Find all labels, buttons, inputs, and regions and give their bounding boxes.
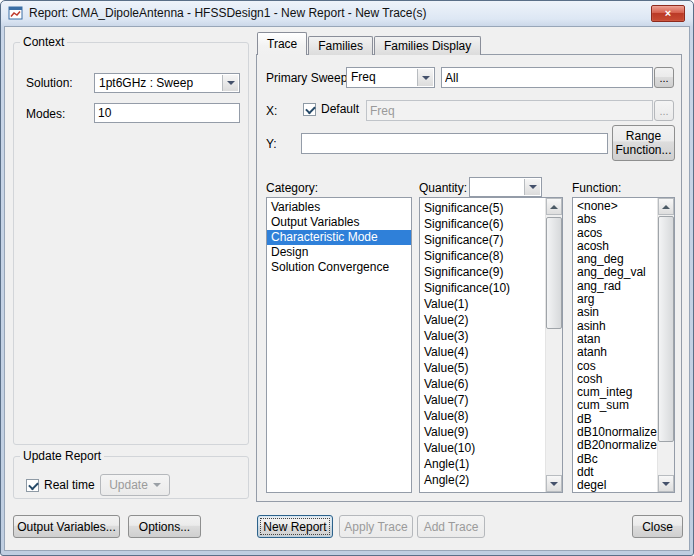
category-item[interactable]: Characteristic Mode — [267, 230, 411, 245]
add-trace-label: Add Trace — [424, 517, 479, 537]
category-item[interactable]: Solution Convergence — [267, 260, 411, 275]
quantity-label: Quantity: — [419, 181, 467, 195]
function-item[interactable]: cum_integ — [573, 386, 657, 399]
quantity-item[interactable]: Significance(10) — [420, 280, 545, 296]
function-item[interactable]: abs — [573, 213, 657, 226]
context-group: Context Solution: 1pt6GHz : Sweep Modes: — [13, 35, 249, 445]
checkmark-icon — [26, 479, 39, 492]
function-item[interactable]: acos — [573, 227, 657, 240]
category-list[interactable]: VariablesOutput VariablesCharacteristic … — [266, 197, 412, 493]
function-item[interactable]: ang_deg_val — [573, 266, 657, 279]
quantity-list[interactable]: Significance(5)Significance(6)Significan… — [419, 197, 563, 493]
close-button[interactable]: × — [651, 5, 685, 22]
function-scrollbar[interactable] — [657, 198, 674, 492]
scrollbar-thumb[interactable] — [658, 216, 674, 442]
quantity-item[interactable]: Value(2) — [420, 312, 545, 328]
sweep-values-more-button[interactable]: ... — [654, 67, 674, 88]
scroll-up-icon — [662, 205, 670, 209]
output-variables-button[interactable]: Output Variables... — [13, 515, 120, 538]
quantity-item[interactable]: Significance(5) — [420, 200, 545, 216]
report-dialog: Report: CMA_DipoleAntenna - HFSSDesign1 … — [0, 0, 694, 556]
tab-families-display[interactable]: Families Display — [374, 36, 481, 55]
function-item[interactable]: asinh — [573, 320, 657, 333]
category-item[interactable]: Variables — [267, 200, 411, 215]
solution-label: Solution: — [26, 76, 73, 90]
quantity-item[interactable]: Value(4) — [420, 344, 545, 360]
real-time-checkbox[interactable]: Real time — [26, 478, 95, 492]
tab-families[interactable]: Families — [308, 36, 373, 55]
y-axis-label: Y: — [266, 137, 277, 151]
function-item[interactable]: dB20normalize — [573, 439, 657, 452]
function-item[interactable]: cum_sum — [573, 399, 657, 412]
category-item[interactable]: Output Variables — [267, 215, 411, 230]
quantity-item[interactable]: Value(1) — [420, 296, 545, 312]
function-item[interactable]: dBc — [573, 453, 657, 466]
y-value-field[interactable] — [301, 133, 608, 154]
quantity-item[interactable]: Value(5) — [420, 360, 545, 376]
function-list[interactable]: <none>absacosacoshang_degang_deg_valang_… — [572, 197, 675, 493]
quantity-item[interactable]: Value(6) — [420, 376, 545, 392]
quantity-item[interactable]: Significance(7) — [420, 232, 545, 248]
titlebar: Report: CMA_DipoleAntenna - HFSSDesign1 … — [1, 1, 693, 26]
primary-sweep-dropdown[interactable]: Freq — [346, 67, 435, 88]
scroll-down-icon — [550, 482, 558, 486]
function-item[interactable]: acosh — [573, 240, 657, 253]
modes-input[interactable] — [94, 103, 240, 123]
solution-dropdown[interactable]: 1pt6GHz : Sweep — [94, 73, 240, 93]
function-item[interactable]: asin — [573, 306, 657, 319]
range-function-button[interactable]: Range Function... — [612, 125, 675, 161]
function-item[interactable]: dB — [573, 413, 657, 426]
update-report-group: Update Report Real time Update — [13, 449, 249, 499]
quantity-item[interactable]: Angle(2) — [420, 472, 545, 488]
function-item[interactable]: ddt — [573, 466, 657, 479]
scroll-down-button[interactable] — [658, 475, 674, 492]
quantity-item[interactable]: Significance(8) — [420, 248, 545, 264]
function-item[interactable]: <none> — [573, 200, 657, 213]
new-report-button[interactable]: New Report — [257, 515, 333, 538]
new-report-label: New Report — [263, 517, 326, 537]
scroll-up-button[interactable] — [658, 198, 674, 215]
function-item[interactable]: ang_deg — [573, 253, 657, 266]
tab-trace[interactable]: Trace — [257, 32, 307, 55]
quantity-item[interactable]: Significance(9) — [420, 264, 545, 280]
primary-sweep-label: Primary Sweep: — [266, 71, 351, 85]
quantity-item[interactable]: Angle(1) — [420, 456, 545, 472]
scroll-down-button[interactable] — [546, 475, 562, 492]
close-button-label: Close — [642, 517, 673, 537]
x-default-checkbox[interactable]: Default — [303, 102, 359, 116]
function-item[interactable]: atanh — [573, 346, 657, 359]
quantity-item[interactable]: Significance(6) — [420, 216, 545, 232]
quantity-scrollbar[interactable] — [545, 198, 562, 492]
function-item[interactable]: ang_rad — [573, 280, 657, 293]
function-item[interactable]: arg — [573, 293, 657, 306]
quantity-item[interactable]: Value(8) — [420, 408, 545, 424]
function-item[interactable]: dB10normalize — [573, 426, 657, 439]
function-item[interactable]: cos — [573, 360, 657, 373]
scrollbar-thumb[interactable] — [546, 217, 562, 329]
quantity-item[interactable]: Value(10) — [420, 440, 545, 456]
quantity-dropdown[interactable] — [469, 177, 542, 197]
sweep-values-field[interactable] — [441, 67, 653, 88]
options-label: Options... — [139, 517, 190, 537]
x-more-button: ... — [654, 100, 674, 121]
function-item[interactable]: atan — [573, 333, 657, 346]
trace-tab-panel: Primary Sweep: Freq ... X: Default ... Y… — [256, 54, 682, 502]
primary-sweep-value: Freq — [351, 68, 376, 86]
close-dialog-button[interactable]: Close — [632, 515, 683, 538]
options-button[interactable]: Options... — [128, 515, 201, 538]
apply-trace-button: Apply Trace — [339, 515, 413, 538]
quantity-item[interactable]: Value(9) — [420, 424, 545, 440]
function-item[interactable]: cosh — [573, 373, 657, 386]
context-group-label: Context — [20, 35, 67, 49]
scroll-up-button[interactable] — [546, 198, 562, 215]
range-function-label: Range Function... — [615, 129, 672, 157]
category-item[interactable]: Design — [267, 245, 411, 260]
tab-strip: Trace Families Families Display — [257, 32, 482, 55]
quantity-item[interactable]: Value(3) — [420, 328, 545, 344]
apply-trace-label: Apply Trace — [344, 517, 407, 537]
function-item[interactable]: degel — [573, 479, 657, 492]
quantity-item[interactable]: Value(7) — [420, 392, 545, 408]
report-icon — [8, 5, 24, 21]
category-label: Category: — [266, 181, 318, 195]
chevron-down-icon — [222, 75, 238, 91]
